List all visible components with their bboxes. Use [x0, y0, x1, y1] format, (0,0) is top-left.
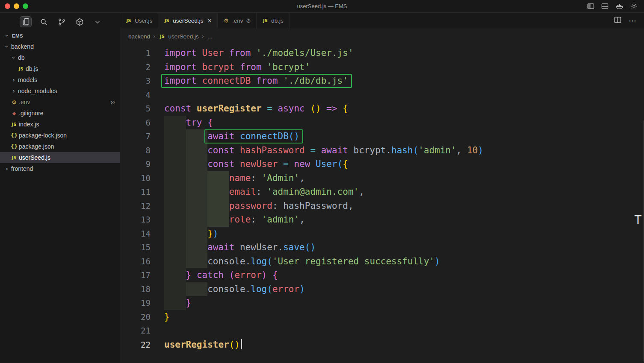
line-number[interactable]: 18	[120, 282, 151, 296]
line-number[interactable]: 10	[120, 171, 151, 185]
code-line[interactable]: 12 password: hashPassword,	[120, 199, 644, 213]
code-line[interactable]: 18 console.log(error)	[120, 282, 644, 296]
tree-item-index.js[interactable]: JSindex.js	[0, 119, 120, 130]
breadcrumb-item-0[interactable]: backend	[128, 33, 150, 40]
tree-item-frontend[interactable]: ›frontend	[0, 163, 120, 174]
line-content[interactable]: const newUser = new User({	[164, 157, 348, 171]
line-content[interactable]: password: hashPassword,	[164, 199, 354, 213]
tree-item-.gitignore[interactable]: ◆.gitignore	[0, 108, 120, 119]
line-number[interactable]: 19	[120, 296, 151, 310]
code-line[interactable]: 5const userRegister = async () => {	[120, 102, 644, 116]
code-line[interactable]: 9 const newUser = new User({	[120, 157, 644, 171]
line-number[interactable]: 14	[120, 227, 151, 241]
layout-sidebar-icon[interactable]	[587, 2, 595, 10]
code-line[interactable]: 11 email: 'admin@admin.com',	[120, 185, 644, 199]
code-line[interactable]: 7 await connectDB()	[120, 129, 644, 143]
line-number[interactable]: 22	[120, 338, 151, 352]
line-number[interactable]: 8	[120, 143, 151, 158]
line-number[interactable]: 4	[120, 88, 151, 102]
tree-item-node_modules[interactable]: ›node_modules	[0, 85, 120, 97]
explorer-section-header[interactable]: › EMS	[0, 31, 120, 41]
line-number[interactable]: 5	[120, 102, 151, 116]
line-content[interactable]: try {	[164, 116, 213, 130]
line-number[interactable]: 7	[120, 129, 151, 143]
tree-item-package.json[interactable]: {}package.json	[0, 141, 120, 152]
settings-gear-icon[interactable]	[630, 2, 638, 10]
more-actions-icon[interactable]: ⋯	[629, 17, 636, 25]
line-content[interactable]: await newUser.save()	[164, 240, 316, 255]
line-number[interactable]: 6	[120, 116, 151, 130]
search-icon[interactable]	[38, 16, 50, 27]
line-number[interactable]: 15	[120, 240, 151, 255]
extensions-cube-icon[interactable]	[74, 16, 86, 27]
line-content[interactable]: const hashPassword = await bcrypt.hash('…	[164, 143, 483, 158]
code-line[interactable]: 3import connectDB from './db/db.js'	[120, 74, 644, 88]
layout-panel-icon[interactable]	[601, 2, 609, 10]
line-number[interactable]: 2	[120, 60, 151, 74]
line-content[interactable]: }	[164, 296, 191, 310]
explorer-icon[interactable]	[20, 16, 32, 27]
line-content[interactable]: const userRegister = async () => {	[164, 102, 348, 116]
tree-item-backend[interactable]: ›backend	[0, 41, 120, 52]
code-line[interactable]: 8 const hashPassword = await bcrypt.hash…	[120, 143, 644, 158]
line-content[interactable]: await connectDB()	[164, 129, 303, 143]
line-number[interactable]: 1	[120, 46, 151, 60]
code-line[interactable]: 2import bcrypt from 'bcrypt'	[120, 60, 644, 74]
line-number[interactable]: 11	[120, 185, 151, 199]
line-content[interactable]: console.log(error)	[164, 282, 305, 296]
docker-icon[interactable]	[615, 2, 624, 11]
code-line[interactable]: 21	[120, 324, 644, 338]
tab-userSeed.js[interactable]: JSuserSeed.js×	[158, 13, 218, 29]
split-editor-icon[interactable]	[614, 16, 622, 26]
breadcrumb-item-2[interactable]: …	[207, 33, 213, 40]
line-number[interactable]: 20	[120, 310, 151, 324]
code-line[interactable]: 17 } catch (error) {	[120, 268, 644, 282]
code-editor[interactable]: 1import User from './models/User.js'2imp…	[120, 44, 644, 363]
tree-item-db.js[interactable]: JSdb.js	[0, 63, 120, 74]
close-icon[interactable]: ×	[208, 18, 212, 24]
chevron-down-icon[interactable]	[92, 16, 103, 27]
code-line[interactable]: 6 try {	[120, 116, 644, 130]
close-window-icon[interactable]	[5, 3, 10, 9]
maximize-window-icon[interactable]	[23, 3, 28, 9]
code-line[interactable]: 19 }	[120, 296, 644, 310]
tree-item-.env[interactable]: ⚙.env⊘	[0, 97, 120, 108]
tree-item-package-lock.json[interactable]: {}package-lock.json	[0, 130, 120, 141]
line-content[interactable]: email: 'admin@admin.com',	[164, 185, 364, 199]
line-number[interactable]: 9	[120, 157, 151, 171]
breadcrumb-item-1[interactable]: JSuserSeed.js	[158, 33, 198, 40]
code-line[interactable]: 1import User from './models/User.js'	[120, 46, 644, 60]
line-number[interactable]: 21	[120, 324, 151, 338]
line-content[interactable]: console.log('User registered successfull…	[164, 255, 440, 269]
line-number[interactable]: 12	[120, 199, 151, 213]
line-content[interactable]: })	[164, 227, 218, 241]
line-content[interactable]: role: 'admin',	[164, 213, 305, 227]
line-number[interactable]: 3	[120, 74, 151, 88]
line-number[interactable]: 13	[120, 213, 151, 227]
minimize-window-icon[interactable]	[14, 3, 19, 9]
scrollbar[interactable]	[643, 120, 644, 362]
code-line[interactable]: 10 name: 'Admin',	[120, 171, 644, 185]
tab-.env[interactable]: ⚙.env⊘	[218, 13, 257, 29]
line-content[interactable]: import connectDB from './db/db.js'	[164, 74, 352, 88]
line-content[interactable]: }	[164, 310, 170, 324]
code-line[interactable]: 20}	[120, 310, 644, 324]
tab-db.js[interactable]: JSdb.js	[257, 13, 290, 29]
line-content[interactable]: name: 'Admin',	[164, 171, 305, 185]
code-line[interactable]: 14 })	[120, 227, 644, 241]
tree-item-db[interactable]: ›db	[0, 52, 120, 63]
line-content[interactable]: userRegister()	[164, 338, 242, 352]
code-line[interactable]: 4	[120, 88, 644, 102]
line-content[interactable]: } catch (error) {	[164, 268, 278, 282]
line-number[interactable]: 17	[120, 268, 151, 282]
code-line[interactable]: 22userRegister()	[120, 338, 644, 352]
line-content[interactable]: import User from './models/User.js'	[164, 46, 354, 60]
code-line[interactable]: 15 await newUser.save()	[120, 240, 644, 255]
source-control-icon[interactable]	[56, 16, 68, 27]
code-line[interactable]: 16 console.log('User registered successf…	[120, 255, 644, 269]
tab-User.js[interactable]: JSUser.js	[120, 13, 158, 29]
tree-item-userSeed.js[interactable]: JSuserSeed.js	[0, 152, 120, 163]
line-number[interactable]: 16	[120, 255, 151, 269]
code-line[interactable]: 13 role: 'admin',	[120, 213, 644, 227]
line-content[interactable]: import bcrypt from 'bcrypt'	[164, 60, 310, 74]
